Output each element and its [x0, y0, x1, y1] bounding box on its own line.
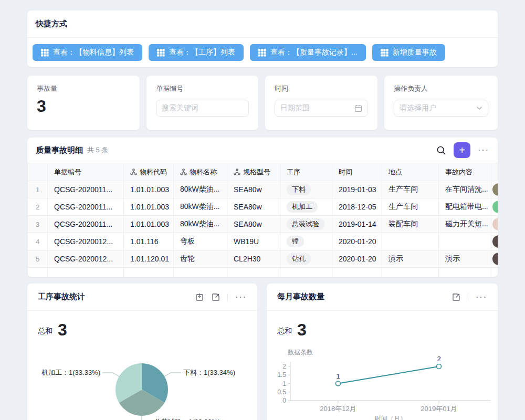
- column-header[interactable]: 单据编号: [48, 163, 124, 181]
- data-point[interactable]: [336, 381, 341, 386]
- y-tick-label: 0: [282, 397, 286, 404]
- pie-label-总装试验: 总装试验：1(33.33%): [154, 418, 220, 420]
- grid-icon: [157, 49, 165, 57]
- pie-more-icon[interactable]: ···: [235, 292, 247, 302]
- shortcut-button-label: 查看：【质量事故记录】...: [270, 48, 358, 57]
- time-label: 时间: [275, 84, 368, 93]
- operator-select[interactable]: 请选择用户: [394, 100, 488, 117]
- x-tick-label: 2018年12月: [320, 405, 356, 413]
- line-total-label: 总和: [277, 327, 292, 338]
- download-icon[interactable]: [195, 292, 204, 301]
- process-pie-chart[interactable]: 下料：1(33.34%)总装试验：1(33.33%)机加工：1(33.33%): [27, 344, 257, 420]
- pie-leader-line: [142, 416, 152, 420]
- pie-total-row: 总和 3: [27, 311, 257, 338]
- avatar: [492, 253, 498, 265]
- empty-cell: [28, 268, 48, 278]
- column-header-label: 物料代码: [140, 167, 167, 177]
- cell-name: 80kW柴油...: [174, 181, 227, 198]
- column-header[interactable]: 事故内容: [439, 163, 491, 181]
- add-record-button[interactable]: +: [454, 142, 470, 158]
- accident-count-card: 事故量 3: [27, 76, 140, 130]
- data-point[interactable]: [437, 364, 442, 369]
- pie-card-header: 工序事故统计 ···: [27, 284, 257, 311]
- cell-name: 弯板: [174, 233, 227, 250]
- avatar: [492, 183, 498, 196]
- calendar-icon: [354, 104, 362, 112]
- column-header[interactable]: 物料代码: [124, 163, 174, 181]
- table-title: 质量事故明细: [36, 145, 83, 155]
- data-point-label: 1: [336, 372, 340, 380]
- table-row[interactable]: 1QCSG-2020011...1.01.01.00380kW柴油...SEA8…: [28, 181, 498, 198]
- shortcut-button-label: 查看：【物料信息】列表: [53, 48, 134, 57]
- column-header[interactable]: 工序: [280, 163, 332, 181]
- pie-label-下料: 下料：1(33.34%): [183, 369, 235, 376]
- row-index: 5: [28, 250, 48, 268]
- accident-table-card: 质量事故明细 共 5 条 + ··· 单据编号物料代码物料名称规格型号工序时间地…: [27, 138, 498, 277]
- process-tag: 镗: [287, 236, 304, 247]
- cell-code: 1.01.01.003: [124, 216, 174, 233]
- expand-icon[interactable]: [452, 293, 460, 301]
- column-header[interactable]: 物料名称: [174, 163, 227, 181]
- lookup-field-icon: [180, 169, 187, 175]
- table-more-icon[interactable]: ···: [478, 145, 489, 155]
- expand-icon[interactable]: [212, 293, 220, 301]
- process-tag: 下料: [287, 184, 311, 195]
- cell-name: 齿轮: [174, 250, 227, 268]
- shortcut-button-label: 查看：【工序】列表: [169, 48, 235, 57]
- column-header[interactable]: 时间: [332, 163, 382, 181]
- data-point-label: 2: [437, 355, 440, 363]
- doc-number-placeholder: 搜索关键词: [162, 103, 198, 113]
- doc-number-search-input[interactable]: 搜索关键词: [156, 100, 249, 117]
- pie-total-label: 总和: [38, 327, 52, 338]
- cell-code: 1.01.01.003: [124, 181, 174, 198]
- empty-cell: [491, 268, 498, 278]
- table-record-count: 共 5 条: [87, 145, 108, 155]
- shortcut-button-2[interactable]: 查看：【工序】列表: [149, 44, 244, 61]
- shortcut-button-4[interactable]: 新增质量事故: [372, 44, 445, 61]
- table-row[interactable]: 3QCSG-2020011...1.01.01.00380kW柴油...SEA8…: [28, 216, 498, 233]
- date-range-placeholder: 日期范围: [280, 103, 310, 113]
- cell-doc: QCSG-2020012...: [48, 233, 124, 250]
- table-row[interactable]: 4QCSG-2020012...1.01.116弯板WB19U镗2020-01-…: [28, 233, 498, 250]
- shortcuts-header: 快捷方式: [27, 10, 498, 38]
- operator-label: 操作负责人: [394, 84, 488, 93]
- table-header-bar: 质量事故明细 共 5 条 + ···: [27, 138, 498, 163]
- avatar: [492, 201, 498, 213]
- line-more-icon[interactable]: ···: [476, 292, 487, 302]
- shortcuts-card: 快捷方式 查看：【物料信息】列表查看：【工序】列表查看：【质量事故记录】...新…: [27, 10, 498, 67]
- cell-name: 80kW柴油...: [174, 216, 227, 233]
- data-line: [338, 366, 439, 384]
- cell-process: 镗: [280, 233, 332, 250]
- empty-cell: [382, 268, 439, 278]
- cell-operator: [491, 198, 498, 216]
- row-index: 3: [28, 216, 48, 233]
- cell-date: 2020-01-20: [332, 250, 382, 268]
- cell-doc: QCSG-2020011...: [48, 216, 124, 233]
- accident-count-label: 事故量: [37, 84, 130, 93]
- column-header[interactable]: 操作负责人: [491, 163, 498, 181]
- avatar: [492, 235, 498, 248]
- row-index: 2: [28, 198, 48, 216]
- cell-content: 在车间清洗...: [439, 181, 491, 198]
- shortcut-button-3[interactable]: 查看：【质量事故记录】...: [250, 44, 366, 61]
- column-header[interactable]: 地点: [382, 163, 439, 181]
- divider: [227, 293, 228, 301]
- date-range-input[interactable]: 日期范围: [275, 100, 368, 117]
- monthly-count-card: 每月事故数量 ··· 总和 3 数据条数00.511.522018年12月201…: [267, 284, 498, 420]
- time-filter-card: 时间 日期范围: [265, 76, 377, 130]
- search-icon[interactable]: [436, 145, 446, 155]
- monthly-line-chart[interactable]: 数据条数00.511.522018年12月2019年01月12时间（月）: [267, 344, 498, 420]
- process-tag: 总装试验: [287, 218, 324, 230]
- column-header[interactable]: 规格型号: [227, 163, 280, 181]
- cell-operator: [491, 250, 498, 268]
- table-row[interactable]: 2QCSG-2020011...1.01.01.00380kW柴油...SEA8…: [28, 198, 498, 216]
- process-stats-card: 工序事故统计 ··· 总和 3 下料：1(33.34%)总装试验：1(33.33…: [27, 284, 257, 420]
- operator-filter-card: 操作负责人 请选择用户: [384, 76, 498, 130]
- shortcut-button-1[interactable]: 查看：【物料信息】列表: [33, 44, 142, 61]
- y-tick-label: 0.5: [277, 388, 286, 396]
- shortcuts-title: 快捷方式: [36, 19, 67, 29]
- cell-place: 演示: [382, 250, 439, 268]
- table-row[interactable]: 5QCSG-2020012...1.01.120.01齿轮CL2H30钻孔202…: [28, 250, 498, 268]
- operator-placeholder: 请选择用户: [400, 103, 436, 113]
- column-header-label: 时间: [339, 167, 352, 177]
